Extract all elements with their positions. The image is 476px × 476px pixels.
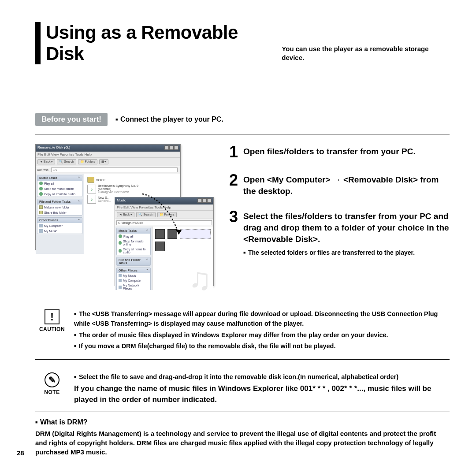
sp-other-places: Other Places: [39, 219, 58, 222]
caution-icon: !: [45, 309, 60, 324]
screenshot-illustration: Removable Disk (G:) File Edit View Favor…: [35, 144, 216, 294]
selection-rectangle: [180, 229, 211, 239]
address-bar: G:\design-K\Music: [116, 220, 212, 225]
step-3: 3 Select the files/folders to transfer f…: [229, 209, 450, 245]
folder-icon: [87, 177, 94, 183]
views-button-icon: ▦▾: [99, 159, 108, 164]
steps-list: 1 Open files/folders to transfer from yo…: [229, 144, 450, 294]
sp-file-tasks: File and Folder Tasks: [39, 200, 71, 204]
note-lead: Select the file to save and drag-and-dro…: [74, 372, 447, 382]
page-title: Using as a Removable Disk: [46, 22, 276, 64]
sp-music-tasks: Music Tasks: [39, 176, 57, 180]
album-icon: [167, 229, 177, 239]
caution-label: CAUTION: [38, 326, 66, 332]
caution-item: The order of music files displayed in Wi…: [74, 331, 447, 340]
step-3-sub: The selected folders or files are transf…: [243, 249, 450, 256]
step-1: 1 Open files/folders to transfer from yo…: [229, 144, 450, 160]
note-label: NOTE: [38, 389, 66, 395]
step-2: 2 Open <My Computer> → <Removable Disk> …: [229, 172, 450, 197]
step-text: Open <My Computer> → <Removable Disk> fr…: [243, 172, 450, 197]
step-number: 1: [229, 144, 238, 160]
album-icon: [155, 229, 165, 239]
title-row: Using as a Removable Disk You can use th…: [35, 22, 450, 64]
drm-body: DRM (Digital Rights Management) is a tec…: [35, 429, 450, 457]
folders-button-icon: 📁 Folders: [78, 159, 97, 164]
step-number: 2: [229, 172, 238, 197]
win2-menu: File Edit View Favorites Tools Help: [115, 205, 213, 210]
page-number: 28: [17, 449, 24, 457]
music-icon: [87, 185, 96, 193]
drm-title: What is DRM?: [35, 418, 450, 426]
note-callout: ✎ NOTE Select the file to save and drag-…: [35, 366, 450, 412]
step-number: 3: [229, 209, 238, 245]
note-icon: ✎: [45, 372, 60, 387]
step-text: Open files/folders to transfer from your…: [243, 144, 416, 160]
address-label: Address: [37, 168, 48, 171]
page-subtitle: You can use the player as a removable st…: [282, 45, 450, 64]
back-button-icon: ◄ Back ▾: [37, 159, 55, 164]
folder-item: VOICE: [87, 177, 177, 183]
step-text: Select the files/folders to transfer fro…: [243, 209, 450, 245]
caution-item: The <USB Transferring> message will appe…: [74, 309, 447, 329]
explorer-window-2: Music File Edit View Favorites Tools Hel…: [115, 197, 214, 286]
before-you-start-row: Before you start! Connect the player to …: [35, 113, 450, 134]
before-badge: Before you start!: [35, 113, 108, 126]
drm-section: What is DRM? DRM (Digital Rights Managem…: [35, 418, 450, 457]
note-body: If you change the name of music files in…: [74, 383, 447, 405]
search-button-icon: 🔍 Search: [57, 159, 76, 164]
win1-menu: File Edit View Favorites Tools Help: [36, 152, 180, 157]
album-icon: [155, 242, 165, 251]
caution-callout: ! CAUTION The <USB Transferring> message…: [35, 303, 450, 360]
before-text: Connect the player to your PC.: [115, 115, 223, 123]
window-controls-icon: [197, 198, 212, 204]
address-bar: G:\: [51, 167, 178, 172]
window-controls-icon: [164, 145, 178, 151]
music-icon: [87, 195, 96, 204]
caution-item: If you move a DRM file(charged file) to …: [74, 342, 447, 351]
music-item: Beethoven's Symphony No. 9 (Scherzo) Lud…: [87, 184, 177, 193]
win2-title: Music: [117, 198, 126, 204]
win1-title: Removable Disk (G:): [37, 145, 70, 151]
